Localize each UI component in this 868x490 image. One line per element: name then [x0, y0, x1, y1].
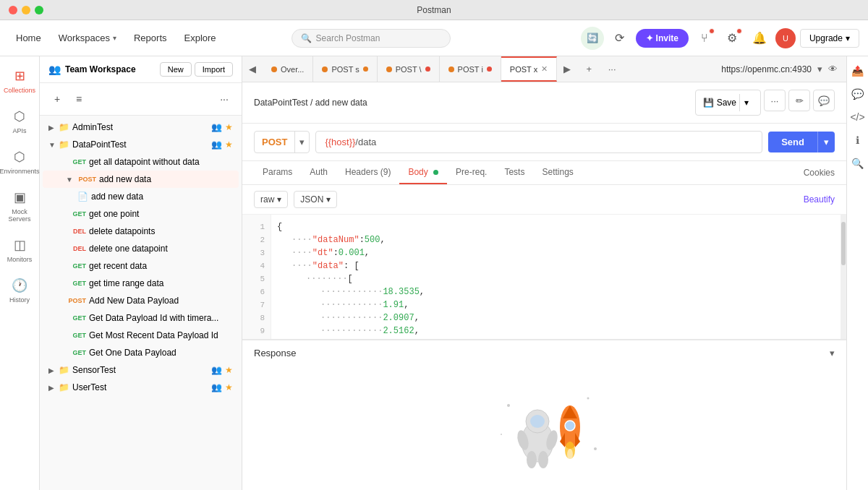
more-options-icon[interactable]: ··· [764, 90, 786, 111]
star-icon[interactable]: ★ [225, 365, 233, 375]
collections-label: Collections [4, 87, 35, 94]
tab-item[interactable]: POST \ [378, 56, 440, 82]
tab-headers[interactable]: Headers (9) [336, 161, 399, 184]
sync2-icon[interactable]: ⟳ [608, 27, 631, 50]
url-eye-icon[interactable]: 👁 [828, 64, 838, 74]
search-icon: 🔍 [301, 33, 312, 43]
edit-icon[interactable]: ✏ [788, 90, 810, 111]
tab-close-icon[interactable]: ✕ [541, 64, 548, 74]
star-icon[interactable]: ★ [225, 139, 233, 150]
list-item[interactable]: ▶ 📁 SensorTest 👥 ★ [43, 361, 239, 379]
list-item[interactable]: ▼ 📁 DataPointTest 👥 ★ [43, 136, 239, 153]
team-icon: 👥 [211, 122, 222, 132]
beautify-button[interactable]: Beautify [804, 194, 835, 205]
minimize-button[interactable] [22, 6, 30, 14]
star-icon[interactable]: ★ [225, 382, 233, 392]
list-item[interactable]: ▶ 📁 UserTest 👥 ★ [43, 379, 239, 396]
cookies-button[interactable]: Cookies [804, 168, 835, 178]
list-item[interactable]: GET Get Data Payload Id with timera... [43, 309, 239, 327]
right-sidebar-info-icon[interactable]: ℹ [849, 132, 867, 149]
sidebar-item-history[interactable]: 🕐 History [4, 272, 35, 309]
maximize-button[interactable] [35, 6, 43, 14]
svg-point-6 [538, 451, 548, 468]
right-sidebar-comment-icon[interactable]: 💬 [849, 85, 867, 103]
method-badge: GET [66, 280, 86, 287]
request-name: Add New Data Payload [89, 296, 233, 306]
nav-home[interactable]: Home [9, 28, 48, 48]
response-collapse-icon[interactable]: ▾ [830, 348, 835, 358]
avatar[interactable]: U [775, 28, 796, 48]
sidebar-item-environments[interactable]: ⬡ Environments [4, 143, 35, 181]
body-format-select[interactable]: raw ▾ [254, 191, 288, 208]
tab-settings[interactable]: Settings [533, 161, 582, 184]
url-dropdown-icon[interactable]: ▾ [817, 64, 822, 74]
tab-back-button[interactable]: ◀ [242, 56, 263, 82]
star-icon[interactable]: ★ [225, 122, 233, 132]
import-button[interactable]: Import [195, 62, 233, 77]
method-badge: GET [66, 262, 86, 270]
list-item[interactable]: GET get all datapoint without data [43, 153, 239, 171]
sync-icon[interactable]: 🔄 [581, 27, 604, 50]
nav-reports[interactable]: Reports [127, 28, 174, 48]
list-item[interactable]: POST Add New Data Payload [43, 292, 239, 309]
mock-servers-label: Mock Servers [7, 208, 33, 223]
sidebar-item-monitors[interactable]: ◫ Monitors [4, 231, 35, 269]
right-sidebar-send-icon[interactable]: 📤 [849, 62, 867, 79]
tab-auth[interactable]: Auth [301, 161, 336, 184]
comment-icon[interactable]: 💬 [813, 90, 835, 111]
url-input[interactable]: {{host}}/data [315, 131, 762, 153]
upgrade-button[interactable]: Upgrade ▾ [800, 29, 859, 48]
right-sidebar-code-icon[interactable]: </> [849, 108, 867, 126]
request-tabs: Params Auth Headers (9) Body Pre-req. Te… [242, 161, 846, 185]
right-sidebar-search-icon[interactable]: 🔍 [849, 155, 867, 172]
save-dropdown-icon[interactable]: ▾ [739, 94, 753, 111]
list-item[interactable]: 📄 add new data [43, 188, 239, 205]
scrollbar-thumb[interactable] [841, 222, 846, 265]
more-options-icon[interactable]: ··· [216, 90, 233, 108]
send-button[interactable]: Send [768, 132, 817, 152]
list-item[interactable]: DEL delete one datapoint [43, 240, 239, 257]
tab-add-button[interactable]: + [577, 56, 600, 82]
add-collection-icon[interactable]: + [48, 90, 66, 108]
code-content[interactable]: { ····"dataNum": 500, ····"dt": 0.001, ·… [271, 215, 846, 339]
list-item[interactable]: GET get time range data [43, 275, 239, 292]
tab-tests[interactable]: Tests [495, 161, 533, 184]
tab-params[interactable]: Params [254, 161, 301, 184]
close-button[interactable] [9, 6, 17, 14]
new-button[interactable]: New [160, 62, 192, 77]
tab-item[interactable]: POST i [440, 56, 501, 82]
invite-button[interactable]: ✦ Invite [636, 29, 689, 48]
list-item[interactable]: GET Get Most Recent Data Payload Id [43, 327, 239, 344]
fork-icon[interactable]: ⑂ [693, 27, 716, 50]
code-line: ············2.0907, [277, 311, 841, 324]
list-item[interactable]: GET get recent data [43, 257, 239, 275]
settings-icon[interactable]: ⚙ [720, 27, 744, 50]
tab-pre-req[interactable]: Pre-req. [447, 161, 495, 184]
list-item[interactable]: GET get one point [43, 205, 239, 223]
vertical-scrollbar[interactable] [841, 215, 846, 339]
nav-explore[interactable]: Explore [177, 28, 224, 48]
notifications-icon[interactable]: 🔔 [748, 27, 771, 50]
list-item[interactable]: ▼ POST add new data [43, 171, 239, 188]
tab-body[interactable]: Body [399, 161, 447, 184]
tab-item[interactable]: POST s [313, 56, 377, 82]
tab-forward-button[interactable]: ▶ [557, 56, 577, 82]
list-item[interactable]: GET Get One Data Payload [43, 344, 239, 361]
body-type-select[interactable]: JSON ▾ [294, 191, 337, 208]
sidebar-item-mock-servers[interactable]: ▣ Mock Servers [4, 184, 35, 228]
list-item[interactable]: ▶ 📁 AdminTest 👥 ★ [43, 119, 239, 136]
search-bar[interactable]: 🔍 Search Postman [292, 29, 451, 48]
sidebar-item-apis[interactable]: ⬡ APIs [4, 103, 35, 140]
tab-item[interactable]: Over... [263, 56, 313, 82]
save-button[interactable]: 💾 Save ▾ [695, 90, 761, 116]
nav-workspaces[interactable]: Workspaces ▾ [51, 28, 124, 48]
sidebar-item-collections[interactable]: ⊞ Collections [4, 62, 35, 100]
method-badge: DEL [66, 228, 86, 235]
filter-icon[interactable]: ≡ [70, 90, 88, 108]
tab-more-button[interactable]: ··· [600, 56, 624, 82]
list-item[interactable]: DEL delete datapoints [43, 223, 239, 240]
send-dropdown-icon[interactable]: ▾ [817, 132, 835, 152]
expand-icon: ▶ [48, 384, 59, 392]
method-dropdown-icon[interactable]: ▾ [294, 132, 309, 152]
tab-item-active[interactable]: POST x ✕ [501, 56, 557, 82]
